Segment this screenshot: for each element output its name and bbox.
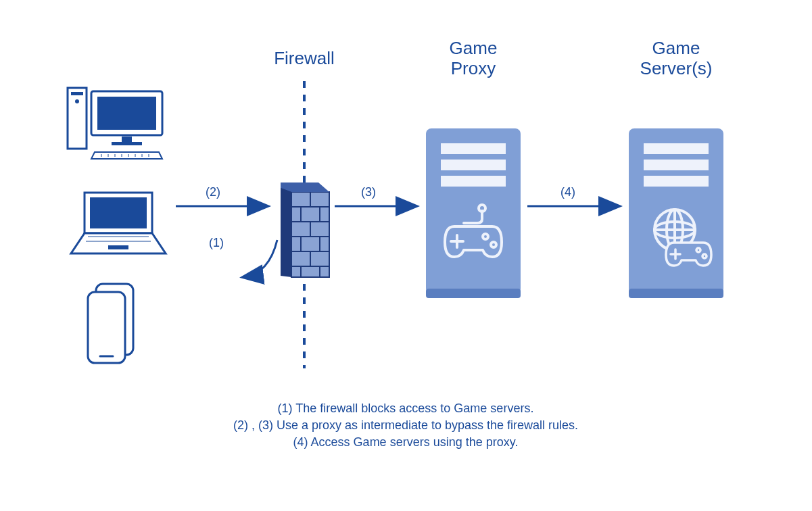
svg-rect-33 bbox=[291, 251, 310, 266]
svg-rect-29 bbox=[310, 222, 329, 237]
svg-rect-31 bbox=[301, 237, 320, 251]
svg-rect-54 bbox=[644, 160, 709, 170]
phones-icon bbox=[88, 284, 133, 363]
svg-rect-28 bbox=[291, 222, 310, 237]
legend-line-3: (4) Access Game servers using the proxy. bbox=[293, 435, 519, 449]
server-title-line2: Server(s) bbox=[640, 58, 713, 78]
laptop-icon bbox=[71, 193, 166, 253]
svg-rect-1 bbox=[71, 92, 83, 95]
svg-marker-40 bbox=[281, 188, 291, 277]
step-3-label: (3) bbox=[361, 185, 376, 199]
svg-rect-20 bbox=[88, 292, 125, 363]
step-4-label: (4) bbox=[560, 185, 575, 199]
desktop-icon bbox=[68, 88, 162, 159]
svg-rect-24 bbox=[310, 192, 329, 207]
svg-point-2 bbox=[75, 99, 79, 103]
svg-rect-16 bbox=[108, 245, 128, 249]
diagram-canvas: Firewall Game Proxy Game Server(s) bbox=[0, 0, 812, 511]
legend-line-1: (1) The firewall blocks access to Game s… bbox=[278, 402, 534, 415]
svg-rect-32 bbox=[320, 237, 329, 251]
svg-rect-26 bbox=[301, 207, 320, 222]
firewall-title: Firewall bbox=[274, 48, 335, 68]
game-proxy-server-icon bbox=[426, 128, 521, 298]
svg-rect-53 bbox=[644, 143, 709, 154]
svg-rect-4 bbox=[97, 97, 156, 130]
svg-rect-52 bbox=[629, 289, 723, 298]
svg-rect-44 bbox=[441, 160, 506, 170]
proxy-title-line1: Game bbox=[450, 38, 498, 58]
svg-rect-15 bbox=[90, 197, 147, 228]
firewall-icon bbox=[281, 182, 329, 277]
legend-line-2: (2) , (3) Use a proxy as intermediate to… bbox=[233, 418, 578, 432]
game-server-icon bbox=[629, 128, 723, 298]
step-1-label: (1) bbox=[209, 236, 224, 249]
arrow-step-1 bbox=[243, 240, 277, 277]
svg-rect-36 bbox=[301, 266, 320, 277]
svg-rect-23 bbox=[291, 192, 310, 207]
svg-rect-0 bbox=[68, 88, 87, 149]
proxy-title-line2: Proxy bbox=[451, 58, 496, 78]
svg-rect-55 bbox=[644, 176, 709, 187]
svg-rect-42 bbox=[426, 289, 521, 298]
svg-rect-34 bbox=[310, 251, 329, 266]
svg-rect-45 bbox=[441, 176, 506, 187]
svg-rect-30 bbox=[291, 237, 301, 251]
svg-rect-27 bbox=[320, 207, 329, 222]
server-title-line1: Game bbox=[652, 38, 700, 58]
svg-rect-6 bbox=[112, 142, 142, 145]
svg-rect-5 bbox=[122, 137, 132, 142]
svg-rect-37 bbox=[320, 266, 329, 277]
step-2-label: (2) bbox=[206, 185, 220, 199]
svg-rect-35 bbox=[291, 266, 301, 277]
svg-rect-43 bbox=[441, 143, 506, 154]
svg-marker-39 bbox=[281, 182, 318, 188]
svg-rect-25 bbox=[291, 207, 301, 222]
